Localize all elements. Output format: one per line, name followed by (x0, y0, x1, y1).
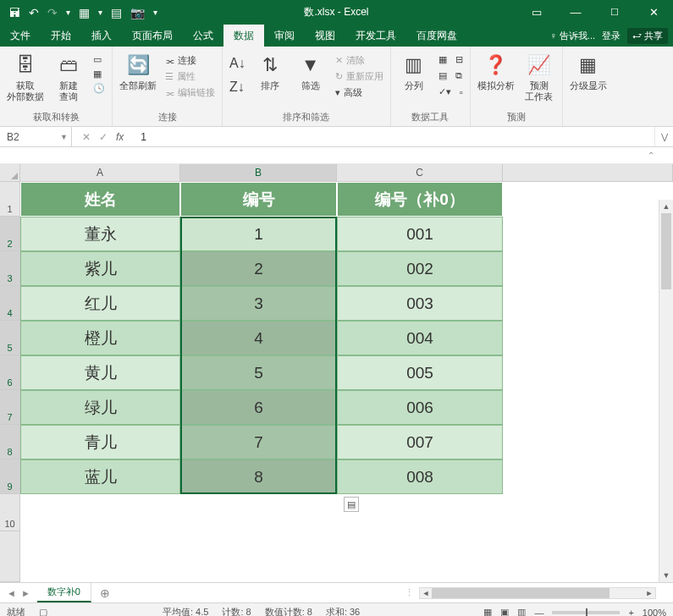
cell[interactable]: 蓝儿 (20, 459, 180, 494)
ribbon-options-icon[interactable]: ▭ (517, 0, 556, 25)
share-button[interactable]: ⮐ 共享 (627, 28, 668, 44)
view-pagelayout-icon[interactable]: ▣ (500, 607, 509, 616)
cell[interactable]: 005 (337, 355, 503, 390)
connections-button[interactable]: ⫘ 连接 (163, 53, 217, 68)
cell[interactable]: 3 (180, 286, 337, 321)
column-header-rest[interactable] (503, 164, 673, 181)
refresh-all-button[interactable]: 🔄 全部刷新 (118, 50, 158, 93)
cell[interactable]: 002 (337, 251, 503, 286)
quick-analysis-icon[interactable]: ▤ (344, 497, 359, 512)
row-header[interactable]: 7 (0, 390, 20, 425)
new-query-button[interactable]: 🗃 新建 查询 (51, 50, 86, 104)
qa-more-icon[interactable]: ▾ (98, 8, 102, 17)
tab-developer[interactable]: 开发工具 (345, 25, 406, 47)
enter-icon[interactable]: ✓ (99, 131, 108, 143)
tab-formulas[interactable]: 公式 (183, 25, 223, 47)
cell[interactable]: 5 (180, 355, 337, 390)
row-header[interactable]: 5 (0, 321, 20, 355)
maximize-icon[interactable]: ☐ (595, 0, 634, 25)
macro-record-icon[interactable]: ▢ (39, 607, 47, 616)
qa-more-icon[interactable]: ▾ (66, 8, 70, 17)
scroll-thumb[interactable] (661, 213, 671, 289)
add-sheet-button[interactable]: ⊕ (91, 586, 119, 600)
row-header[interactable]: 8 (0, 425, 20, 459)
cell[interactable]: 青儿 (20, 425, 180, 459)
cell[interactable]: 004 (337, 321, 503, 355)
flash-fill-button[interactable]: ▦ (437, 53, 449, 66)
cell[interactable]: 003 (337, 286, 503, 321)
cell[interactable]: 7 (180, 425, 337, 459)
sort-asc-button[interactable]: A↓ (228, 55, 247, 72)
qa-item-icon[interactable]: 📷 (130, 6, 145, 19)
sort-desc-button[interactable]: Z↓ (228, 79, 247, 96)
relationships-button[interactable]: ⧉ (454, 69, 464, 82)
row-header[interactable]: 6 (0, 355, 20, 390)
column-header-c[interactable]: C (337, 164, 503, 181)
scroll-up-icon[interactable]: ▲ (659, 200, 673, 213)
cell[interactable]: 1 (180, 217, 337, 251)
row-header[interactable]: 9 (0, 459, 20, 494)
row-header[interactable]: 1 (0, 182, 20, 217)
header-name[interactable]: 姓名 (20, 182, 180, 217)
tab-pagelayout[interactable]: 页面布局 (122, 25, 183, 47)
text-to-columns-button[interactable]: ▥ 分列 (396, 50, 432, 93)
cell[interactable]: 4 (180, 321, 337, 355)
manage-model-button[interactable]: ▫ (458, 85, 465, 98)
zoom-slider[interactable] (552, 611, 620, 614)
collapse-ribbon-icon[interactable]: ⌃ (648, 151, 654, 160)
cell[interactable]: 001 (337, 217, 503, 251)
tab-home[interactable]: 开始 (41, 25, 81, 47)
qa-more-icon[interactable]: ▾ (153, 8, 157, 17)
cell[interactable]: 紫儿 (20, 251, 180, 286)
consolidate-button[interactable]: ⊟ (454, 53, 465, 66)
save-icon[interactable]: 🖬 (8, 6, 20, 19)
close-icon[interactable]: ✕ (634, 0, 673, 25)
horizontal-scrollbar[interactable]: ⋮ ◄ ► (119, 587, 673, 599)
row-header[interactable]: 3 (0, 251, 20, 286)
zoom-level[interactable]: 100% (643, 608, 666, 617)
cell[interactable]: 董永 (20, 217, 180, 251)
cell[interactable]: 绿儿 (20, 390, 180, 425)
tab-insert[interactable]: 插入 (81, 25, 122, 47)
cell[interactable]: 6 (180, 390, 337, 425)
header-id[interactable]: 编号 (180, 182, 337, 217)
column-header-b[interactable]: B (180, 164, 337, 181)
login-link[interactable]: 登录 (602, 30, 621, 42)
minimize-icon[interactable]: — (556, 0, 595, 25)
row-header[interactable]: 4 (0, 286, 20, 321)
scroll-down-icon[interactable]: ▼ (659, 569, 673, 582)
tab-review[interactable]: 审阅 (264, 25, 305, 47)
cell[interactable]: 8 (180, 459, 337, 494)
view-pagebreak-icon[interactable]: ▥ (517, 607, 526, 616)
fx-icon[interactable]: fx (116, 131, 124, 143)
advanced-filter-button[interactable]: ▾ 高级 (334, 85, 385, 100)
chevron-down-icon[interactable]: ▼ (60, 133, 68, 141)
show-queries-button[interactable]: ▭ (91, 53, 107, 66)
vertical-scrollbar[interactable]: ▲ ▼ (659, 200, 673, 582)
cells-grid[interactable]: 姓名 编号 编号（补0） 董永 1 001 紫儿 2 002 红儿 3 003 … (20, 182, 673, 582)
forecast-sheet-button[interactable]: 📈 预测 工作表 (521, 50, 557, 104)
cancel-icon[interactable]: ✕ (82, 131, 91, 143)
remove-dup-button[interactable]: ▤ (437, 69, 449, 82)
row-header-rest[interactable] (0, 531, 20, 582)
row-header[interactable]: 10 (0, 494, 20, 531)
qa-item-icon[interactable]: ▤ (111, 6, 122, 19)
undo-icon[interactable]: ↶ (29, 6, 39, 19)
scroll-right-icon[interactable]: ► (643, 588, 655, 598)
cell[interactable]: 黄儿 (20, 355, 180, 390)
cell[interactable]: 橙儿 (20, 321, 180, 355)
sheet-tab[interactable]: 数字补0 (37, 583, 91, 602)
tab-baidu[interactable]: 百度网盘 (406, 25, 467, 47)
scroll-thumb[interactable] (432, 588, 610, 598)
tell-me[interactable]: ♀ 告诉我... (550, 30, 595, 42)
tab-view[interactable]: 视图 (305, 25, 345, 47)
qa-item-icon[interactable]: ▦ (79, 6, 90, 19)
cell[interactable]: 红儿 (20, 286, 180, 321)
name-box[interactable]: B2 ▼ (0, 127, 72, 146)
expand-formula-bar-icon[interactable]: ⋁ (654, 127, 673, 146)
recent-sources-button[interactable]: 🕓 (91, 82, 107, 95)
outline-button[interactable]: ▦ 分级显示 (568, 50, 609, 93)
header-id-padded[interactable]: 编号（补0） (337, 182, 503, 217)
get-external-data-button[interactable]: 🗄 获取 外部数据 (5, 50, 46, 104)
sheet-nav[interactable]: ◄► (0, 588, 37, 598)
